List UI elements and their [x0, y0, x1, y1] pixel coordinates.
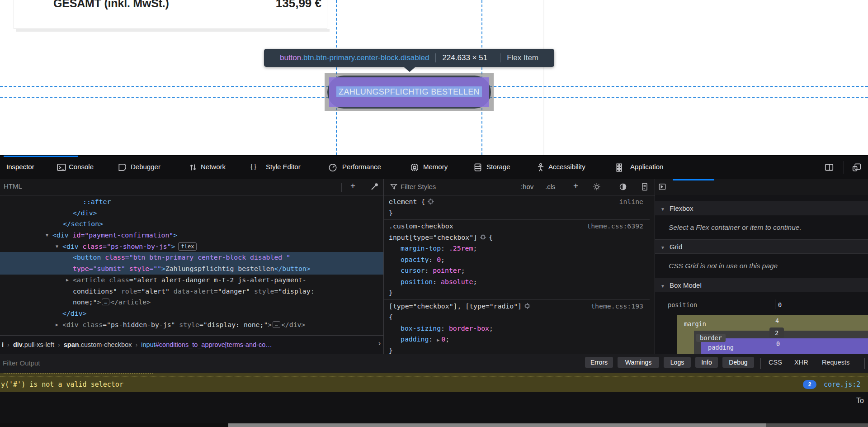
expand-arrow-icon[interactable]: ▶: [66, 275, 69, 286]
tab-style-editor[interactable]: Style Editor: [266, 163, 301, 171]
box-model-section-header[interactable]: ▼Box Model: [655, 278, 868, 292]
console-filter-input[interactable]: Filter Output: [3, 359, 40, 367]
inspector-headers: HTML + Filter Styles :hov .cls + Layout …: [0, 179, 868, 195]
rule-element-close: }: [384, 208, 650, 219]
rule1-selector-line2[interactable]: input[type="checkbox"]{: [384, 232, 650, 243]
console-warning-row[interactable]: y('#') is not a valid selector 2 core.js…: [0, 376, 868, 393]
dock-window-icon[interactable]: [852, 162, 862, 172]
warning-source-link[interactable]: core.js:2: [824, 377, 860, 392]
collapse-arrow-icon: ▼: [660, 284, 665, 289]
collapsed-content-icon[interactable]: …: [102, 299, 109, 305]
filter-xhr-toggle[interactable]: XHR: [794, 359, 808, 366]
expand-arrow-icon[interactable]: ▼: [46, 230, 48, 241]
tab-application[interactable]: Application: [630, 163, 663, 171]
collapse-arrow-icon: ▼: [660, 207, 665, 212]
highlight-selector-icon[interactable]: [524, 301, 530, 313]
css-declaration[interactable]: opacity: 0;: [384, 254, 650, 266]
tab-inspector[interactable]: Inspector: [6, 163, 34, 171]
css-declaration[interactable]: box-sizing: border-box;: [384, 323, 650, 334]
filter-css-toggle[interactable]: CSS: [769, 359, 782, 366]
rule-separator: [384, 219, 650, 220]
flex-badge[interactable]: flex: [178, 242, 197, 251]
filter-styles-input[interactable]: Filter Styles: [401, 183, 436, 190]
eyedropper-icon[interactable]: [370, 182, 379, 193]
filter-debug-button[interactable]: Debug: [722, 357, 754, 368]
dark-theme-icon[interactable]: [618, 182, 627, 193]
grid-section-header[interactable]: ▼Grid: [655, 239, 868, 254]
filter-warnings-button[interactable]: Warnings: [618, 357, 659, 368]
tab-memory[interactable]: Memory: [423, 163, 448, 171]
add-node-button[interactable]: +: [350, 181, 355, 191]
card-shadow: [16, 29, 330, 32]
rule-element-selector[interactable]: element {inline: [384, 196, 650, 208]
markup-search-label[interactable]: HTML: [4, 182, 22, 190]
tab-storage[interactable]: Storage: [486, 163, 510, 171]
order-submit-button-label: ZAHLUNGSPFLICHTIG BESTELLEN: [339, 87, 480, 97]
collapsed-content-icon[interactable]: …: [273, 321, 280, 328]
markup-node-submit-button-line2[interactable]: type="submit" style="">Zahlungspflichtig…: [0, 263, 383, 275]
box-model-margin-top[interactable]: 4: [772, 317, 783, 324]
breadcrumb-item[interactable]: i: [2, 341, 4, 348]
warning-message: y('#') is not a valid selector: [1, 377, 123, 392]
split-console-icon[interactable]: [824, 162, 834, 172]
markup-node-ps-hidden-by-js[interactable]: ▶<div class="ps-hidden-by-js" style="dis…: [0, 319, 383, 331]
rule2-selector[interactable]: [type="checkbox"], [type="radio"]theme.c…: [384, 301, 650, 312]
expand-arrow-icon[interactable]: ▼: [56, 241, 58, 252]
pseudo-class-toggle[interactable]: :hov: [521, 183, 533, 190]
highlight-selector-icon[interactable]: [428, 197, 434, 208]
filter-logs-button[interactable]: Logs: [664, 357, 691, 368]
tab-console[interactable]: Console: [69, 163, 94, 171]
markup-node-alert-article-line2[interactable]: conditions" role="alert" data-alert="dan…: [0, 286, 383, 297]
css-declaration[interactable]: cursor: pointer;: [384, 265, 650, 276]
window-bottom-edge: [0, 423, 868, 427]
flexbox-section-header[interactable]: ▼Flexbox: [655, 201, 868, 215]
box-model-position-top[interactable]: 0: [778, 301, 782, 308]
rule-origin[interactable]: inline: [619, 196, 643, 208]
screenshot-root: GESAMT (inkl. MwSt.) 135,99 € ZAHLUNGSPF…: [0, 0, 868, 427]
css-declaration[interactable]: margin-top: .25rem;: [384, 243, 650, 254]
markup-node-submit-button-line1[interactable]: <button class="btn btn-primary center-bl…: [0, 252, 383, 263]
print-media-icon[interactable]: [640, 182, 649, 193]
edge-segment: [228, 423, 766, 427]
console-icon: [57, 162, 66, 172]
expand-arrow-icon[interactable]: ▶: [56, 319, 58, 331]
breadcrumb-separator-icon: ›: [7, 341, 9, 348]
rule-origin-link[interactable]: theme.css:193: [591, 301, 643, 312]
expand-shorthand-icon[interactable]: ▶: [437, 337, 439, 342]
filter-errors-button[interactable]: Errors: [585, 357, 613, 368]
rule1-selector-line1[interactable]: .custom-checkboxtheme.css:6392: [384, 221, 650, 232]
rule-origin-link[interactable]: theme.css:6392: [587, 221, 643, 232]
markup-node-ps-shown-by-js[interactable]: ▼<div class="ps-shown-by-js">flex: [0, 241, 383, 252]
add-rule-button[interactable]: +: [573, 181, 578, 191]
breadcrumb-overflow-icon[interactable]: ›: [378, 339, 381, 347]
filter-info-button[interactable]: Info: [695, 357, 718, 368]
breadcrumb-item-input-selected[interactable]: input#conditions_to_approve[terms-and-co…: [141, 341, 272, 348]
tab-network[interactable]: Network: [201, 163, 226, 171]
previous-warning-row-partial: [0, 373, 868, 376]
highlight-selector-icon[interactable]: [480, 232, 486, 244]
markup-node-close-div[interactable]: </div>: [0, 308, 383, 319]
toolbar-divider: [844, 161, 844, 174]
box-model-border-top[interactable]: 2: [769, 327, 784, 338]
sidebar-toggle-icon[interactable]: [658, 183, 666, 193]
breadcrumb-item-div[interactable]: div.pull-xs-left: [13, 341, 54, 348]
tab-debugger[interactable]: Debugger: [131, 163, 160, 171]
filter-requests-toggle[interactable]: Requests: [822, 359, 849, 366]
markup-node-alert-article-line3[interactable]: none;">…</article>: [0, 297, 383, 308]
css-declaration[interactable]: position: absolute;: [384, 276, 650, 288]
markup-node-pseudo-after[interactable]: ::after: [0, 196, 383, 208]
markup-node-close-div[interactable]: </div>: [0, 208, 383, 219]
edge-segment: [766, 423, 868, 427]
rule1-close: }: [384, 287, 650, 299]
box-model-padding-top[interactable]: 0: [773, 340, 783, 347]
class-toggle[interactable]: .cls: [545, 183, 556, 190]
tab-accessibility[interactable]: Accessibility: [548, 163, 585, 171]
markup-node-payment-confirmation[interactable]: ▼<div id="payment-confirmation">: [0, 230, 383, 241]
toolbar-divider: [341, 183, 342, 192]
breadcrumb-item-span[interactable]: span.custom-checkbox: [64, 341, 132, 348]
light-theme-icon[interactable]: [592, 182, 601, 193]
markup-node-alert-article-line1[interactable]: ▶<article class="alert alert-danger m-t-…: [0, 275, 383, 286]
css-declaration-padding[interactable]: padding: ▶0;: [384, 334, 650, 345]
markup-node-close-section[interactable]: </section>: [0, 218, 383, 230]
tab-performance[interactable]: Performance: [342, 163, 381, 171]
